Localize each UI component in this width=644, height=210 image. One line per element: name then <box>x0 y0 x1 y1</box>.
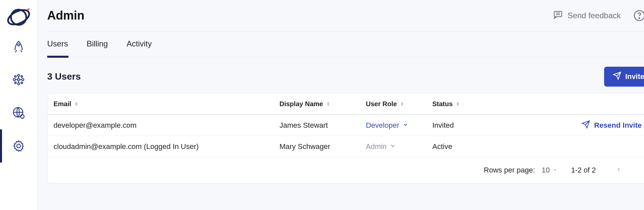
sidebar-item-launch[interactable] <box>0 30 37 63</box>
cell-status: Invited <box>432 121 529 130</box>
svg-point-10 <box>15 82 16 84</box>
feedback-icon <box>553 10 563 22</box>
rows-per-page-select[interactable]: 10 <box>542 166 558 175</box>
sidebar <box>0 0 37 210</box>
chevron-down-icon <box>390 142 396 151</box>
svg-point-6 <box>17 74 19 76</box>
next-page-button[interactable] <box>642 166 644 175</box>
users-table: Email ▲▼ Display Name ▲▼ User Role ▲▼ St… <box>47 93 644 183</box>
tab-users[interactable]: Users <box>47 39 68 50</box>
invite-user-button[interactable]: Invite User <box>604 67 644 87</box>
header-actions: Send feedback <box>553 9 644 22</box>
sort-icon: ▲▼ <box>400 102 404 106</box>
sidebar-item-network[interactable] <box>0 63 37 96</box>
send-feedback-label: Send feedback <box>568 11 621 20</box>
send-icon <box>582 120 590 131</box>
delete-user-button[interactable] <box>642 121 644 130</box>
svg-rect-15 <box>554 11 562 17</box>
cell-display-name: James Stewart <box>279 121 366 130</box>
tab-activity[interactable]: Activity <box>127 39 152 50</box>
pagination: Rows per page: 10 1-2 of 2 <box>48 157 644 183</box>
rows-per-page: Rows per page: 10 <box>484 166 558 175</box>
svg-point-17 <box>639 18 640 18</box>
th-status[interactable]: Status ▲▼ <box>432 100 529 108</box>
role-dropdown[interactable]: Admin <box>366 142 432 151</box>
sort-icon: ▲▼ <box>74 102 78 106</box>
cell-email: developer@example.com <box>54 121 279 130</box>
svg-point-8 <box>15 76 16 77</box>
role-dropdown[interactable]: Developer <box>366 121 432 130</box>
th-email[interactable]: Email ▲▼ <box>54 100 279 108</box>
chevron-down-icon <box>402 121 408 130</box>
svg-point-3 <box>17 79 19 81</box>
tab-billing[interactable]: Billing <box>87 39 108 50</box>
section-title: 3 Users <box>47 71 81 82</box>
header: Admin Send feedback <box>47 0 644 32</box>
svg-point-4 <box>13 79 15 81</box>
prev-page-button[interactable] <box>609 166 628 175</box>
svg-point-11 <box>21 82 23 84</box>
svg-point-14 <box>17 144 20 148</box>
page-title: Admin <box>47 9 84 23</box>
sidebar-item-settings[interactable] <box>0 129 37 163</box>
toolbar: 3 Users Invite User <box>47 57 644 93</box>
invite-user-label: Invite User <box>625 72 644 81</box>
sort-icon: ▲▼ <box>326 102 330 106</box>
th-display-name[interactable]: Display Name ▲▼ <box>279 100 366 108</box>
sidebar-item-globe-settings[interactable] <box>0 96 37 129</box>
cell-display-name: Mary Schwager <box>279 142 366 151</box>
sort-icon: ▲▼ <box>456 102 460 106</box>
svg-point-2 <box>17 44 19 46</box>
send-feedback-button[interactable]: Send feedback <box>553 10 621 22</box>
table-row: developer@example.com James Stewart Deve… <box>48 115 644 136</box>
svg-point-1 <box>7 7 31 27</box>
send-icon <box>613 71 621 82</box>
svg-point-0 <box>11 10 26 25</box>
caret-down-icon <box>552 166 558 175</box>
cell-email: cloudadmin@example.com (Logged In User) <box>54 142 279 151</box>
logo[interactable] <box>5 3 32 30</box>
tabs: Users Billing Activity <box>47 32 644 57</box>
main-content: Admin Send feedback <box>37 0 644 210</box>
svg-point-7 <box>17 83 19 85</box>
help-button[interactable] <box>633 9 644 22</box>
th-user-role[interactable]: User Role ▲▼ <box>366 100 432 108</box>
pagination-range: 1-2 of 2 <box>571 166 596 175</box>
svg-point-9 <box>21 76 23 77</box>
svg-point-5 <box>22 79 24 81</box>
resend-invite-button[interactable]: Resend Invite <box>529 120 642 131</box>
cell-status: Active <box>432 142 529 151</box>
table-row: cloudadmin@example.com (Logged In User) … <box>48 136 644 157</box>
table-header: Email ▲▼ Display Name ▲▼ User Role ▲▼ St… <box>48 94 644 115</box>
